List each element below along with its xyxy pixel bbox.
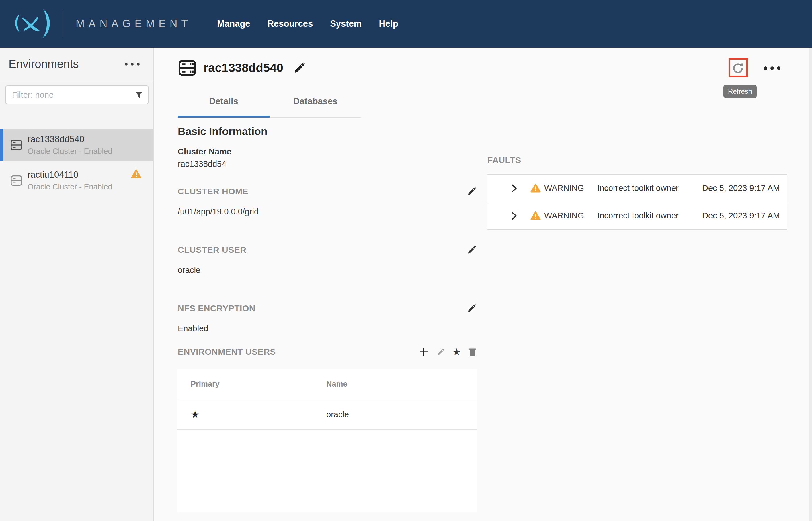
page-title: rac1338dd540	[203, 61, 283, 75]
cluster-home-label: CLUSTER HOME	[178, 186, 248, 196]
filter-input[interactable]	[6, 90, 134, 100]
nfs-encryption-value: Enabled	[178, 324, 208, 333]
set-primary-star-icon[interactable]: ★	[453, 347, 461, 357]
server-icon	[178, 60, 196, 76]
user-table-row[interactable]: ★ oracle	[177, 400, 477, 430]
environment-users-toolbar: ★	[419, 347, 477, 357]
environment-users-label: ENVIRONMENT USERS	[178, 347, 276, 357]
scrollbar[interactable]	[809, 48, 812, 521]
chevron-right-icon[interactable]	[511, 184, 517, 193]
column-header-name: Name	[326, 380, 477, 389]
fault-severity: WARNING	[544, 183, 584, 193]
cluster-name-label: Cluster Name	[178, 147, 232, 157]
primary-star-indicator: ★	[177, 409, 326, 420]
main-menu: Manage Resources System Help	[217, 19, 398, 29]
edit-cluster-user-pencil-icon[interactable]	[466, 245, 477, 255]
sidebar-more-menu-icon[interactable]	[125, 63, 140, 66]
sidebar-item-ractiu104110[interactable]: ractiu104110 Oracle Cluster - Enabled	[0, 164, 153, 197]
menu-item-manage[interactable]: Manage	[217, 19, 250, 29]
env-item-text: rac1338dd540 Oracle Cluster - Enabled	[27, 134, 112, 156]
environment-header: rac1338dd540	[178, 60, 306, 76]
fault-severity: WARNING	[544, 211, 584, 220]
menu-item-system[interactable]: System	[330, 19, 361, 29]
main-content: rac1338dd540 Refresh Details Databases B…	[154, 48, 812, 521]
fault-date: Dec 5, 2023 9:17 AM	[702, 183, 780, 193]
warning-triangle-icon	[530, 211, 541, 220]
cluster-user-value: oracle	[178, 265, 200, 275]
environment-more-menu-icon[interactable]	[764, 67, 781, 70]
faults-list: WARNING Incorrect toolkit owner Dec 5, 2…	[487, 174, 787, 230]
sidebar-item-rac1338dd540[interactable]: rac1338dd540 Oracle Cluster - Enabled	[0, 129, 153, 161]
edit-name-pencil-icon[interactable]	[292, 61, 306, 74]
tab-details[interactable]: Details	[178, 96, 269, 117]
edit-user-pencil-icon[interactable]	[436, 348, 445, 356]
fault-title: Incorrect toolkit owner	[597, 211, 692, 220]
environment-users-table: Primary Name ★ oracle	[177, 369, 477, 513]
cluster-user-row: CLUSTER USER	[178, 245, 477, 255]
refresh-tooltip: Refresh	[723, 85, 757, 98]
fault-title: Incorrect toolkit owner	[597, 183, 692, 193]
delete-user-trash-icon[interactable]	[468, 347, 477, 357]
environments-sidebar: Environments rac1338dd540 Oracle Cluster…	[0, 48, 154, 521]
add-user-plus-icon[interactable]	[419, 347, 429, 357]
column-header-primary: Primary	[177, 380, 326, 389]
env-item-status: Oracle Cluster - Enabled	[27, 147, 112, 156]
edit-cluster-home-pencil-icon[interactable]	[466, 186, 477, 197]
menu-item-resources[interactable]: Resources	[267, 19, 313, 29]
edit-nfs-encryption-pencil-icon[interactable]	[466, 303, 477, 314]
cluster-name-field: Cluster Name rac1338dd54	[178, 147, 232, 169]
nfs-encryption-label: NFS ENCRYPTION	[178, 303, 256, 313]
env-item-text: ractiu104110 Oracle Cluster - Enabled	[27, 169, 112, 191]
warning-triangle-icon	[131, 169, 141, 179]
tab-bar: Details Databases	[178, 96, 361, 117]
chevron-right-icon[interactable]	[511, 211, 517, 220]
cluster-home-value: /u01/app/19.0.0.0/grid	[178, 207, 259, 217]
active-tab-indicator	[178, 116, 269, 118]
funnel-icon[interactable]	[134, 91, 143, 99]
env-item-name: ractiu104110	[27, 169, 112, 180]
fault-row[interactable]: WARNING Incorrect toolkit owner Dec 5, 2…	[487, 174, 787, 202]
cluster-name-value: rac1338dd54	[178, 159, 232, 169]
faults-heading: FAULTS	[487, 155, 521, 165]
server-icon	[10, 175, 22, 186]
sidebar-title: Environments	[8, 58, 79, 70]
environment-users-header: ENVIRONMENT USERS ★	[178, 347, 477, 357]
brand-title: MANAGEMENT	[76, 18, 192, 30]
server-icon	[10, 140, 22, 151]
env-item-status: Oracle Cluster - Enabled	[27, 183, 112, 191]
delphix-logo-icon[interactable]	[8, 6, 57, 41]
user-name-cell: oracle	[326, 410, 477, 419]
navbar-divider	[63, 10, 63, 37]
cluster-home-row: CLUSTER HOME	[178, 186, 477, 197]
menu-item-help[interactable]: Help	[379, 19, 398, 29]
nfs-encryption-row: NFS ENCRYPTION	[178, 303, 477, 314]
sidebar-header: Environments	[0, 48, 153, 81]
users-table-header: Primary Name	[177, 369, 477, 400]
fault-date: Dec 5, 2023 9:17 AM	[702, 211, 780, 220]
basic-information-heading: Basic Information	[178, 126, 267, 138]
fault-row[interactable]: WARNING Incorrect toolkit owner Dec 5, 2…	[487, 202, 787, 230]
refresh-button[interactable]	[728, 58, 748, 77]
tab-databases[interactable]: Databases	[269, 96, 361, 117]
filter-box	[5, 85, 149, 104]
cluster-user-label: CLUSTER USER	[178, 245, 246, 255]
warning-triangle-icon	[530, 183, 541, 193]
env-item-name: rac1338dd540	[27, 134, 112, 144]
top-navbar: MANAGEMENT Manage Resources System Help	[0, 0, 812, 48]
